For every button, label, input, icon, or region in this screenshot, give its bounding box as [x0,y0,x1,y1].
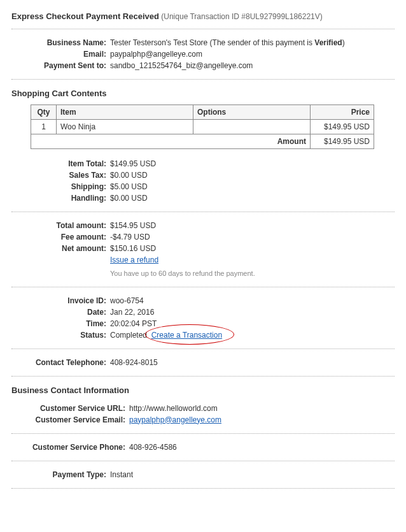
payment-type-value: Instant [110,469,133,480]
divider [11,488,395,489]
header-subtitle: (Unique Transaction ID #8UL927999L186221… [161,12,323,21]
shipping-value: $5.00 USD [110,181,148,192]
item-total-label: Item Total: [11,158,110,169]
cs-email-label: Customer Service Email: [11,414,129,426]
sales-tax-label: Sales Tax: [11,169,110,181]
net-amount-value: $150.16 USD [110,243,156,254]
contact-tel-value: 408-924-8015 [110,357,158,368]
create-transaction-link[interactable]: Create a Transaction [151,331,222,340]
contact-tel-label: Contact Telephone: [11,357,110,368]
col-price: Price [311,105,374,120]
col-qty: Qty [31,105,57,120]
payment-sent-value: sandbo_1215254764_biz@angelleye.com [110,60,253,71]
item-total-value: $149.95 USD [110,158,156,169]
payment-sent-label: Payment Sent to: [11,60,110,71]
header-title: Express Checkout Payment Received [11,11,159,21]
business-block: Business Name: Tester Testerson's Test S… [11,37,395,71]
business-name-value: Tester Testerson's Test Store (The sende… [110,37,345,48]
sales-tax-value: $0.00 USD [110,169,148,181]
page-header: Express Checkout Payment Received (Uniqu… [11,11,395,21]
total-amount-label: Total amount: [11,220,110,231]
amounts-block: Total amount:$154.95 USD Fee amount:-$4.… [11,220,395,279]
cart-title: Shopping Cart Contents [11,89,395,98]
divider [11,212,395,212]
payment-type-block: Payment Type: Instant [11,469,395,480]
divider [11,376,395,377]
time-value: 20:02:04 PST [110,318,157,329]
divider [11,461,395,461]
date-value: Jan 22, 2016 [110,306,154,318]
shipping-label: Shipping: [11,181,110,192]
status-value: Completed Create a Transaction [110,329,222,341]
divider [11,287,395,287]
meta-block: Invoice ID:woo-6754 Date:Jan 22, 2016 Ti… [11,295,395,341]
handling-label: Handling: [11,192,110,204]
cell-options [193,120,310,134]
biz-contact-title: Business Contact Information [11,385,395,395]
divider [11,433,395,434]
time-label: Time: [11,318,110,329]
totals-block: Item Total:$149.95 USD Sales Tax:$0.00 U… [11,158,395,204]
col-item: Item [57,105,193,120]
total-amount-value: $154.95 USD [110,220,156,231]
cs-phone-block: Customer Service Phone: 408-926-4586 [11,442,395,453]
divider [11,349,395,349]
issue-refund-link[interactable]: Issue a refund [110,255,158,264]
status-label: Status: [11,329,110,341]
payment-type-label: Payment Type: [11,469,110,480]
col-options: Options [193,105,310,120]
table-row: 1 Woo Ninja $149.95 USD [31,120,374,134]
business-name-label: Business Name: [11,37,110,48]
amount-label: Amount [31,134,311,149]
biz-contact-block: Customer Service URL: http://www.hellowo… [11,403,395,426]
table-row-amount: Amount $149.95 USD [31,134,374,149]
divider [11,29,395,29]
handling-value: $0.00 USD [110,192,148,204]
business-email-value: paypalphp@angelleye.com [110,48,202,60]
invoice-label: Invoice ID: [11,295,110,306]
cell-qty: 1 [31,120,57,134]
business-email-label: Email: [11,48,110,60]
invoice-value: woo-6754 [110,295,144,306]
divider [11,79,395,80]
cs-email-link[interactable]: paypalphp@angelleye.com [129,415,221,424]
cart-table: Qty Item Options Price 1 Woo Ninja $149.… [31,104,374,149]
cs-phone-value: 408-926-4586 [129,442,177,453]
fee-amount-label: Fee amount: [11,231,110,243]
refund-note: You have up to 60 days to refund the pay… [110,268,255,279]
date-label: Date: [11,306,110,318]
cell-item: Woo Ninja [57,120,193,134]
cs-url-label: Customer Service URL: [11,403,129,414]
net-amount-label: Net amount: [11,243,110,254]
cell-price: $149.95 USD [311,120,374,134]
contact-block: Contact Telephone:408-924-8015 [11,357,395,368]
cs-url-value: http://www.helloworld.com [129,403,218,414]
amount-value: $149.95 USD [311,134,374,149]
cs-phone-label: Customer Service Phone: [11,442,129,453]
fee-amount-value: -$4.79 USD [110,231,150,243]
